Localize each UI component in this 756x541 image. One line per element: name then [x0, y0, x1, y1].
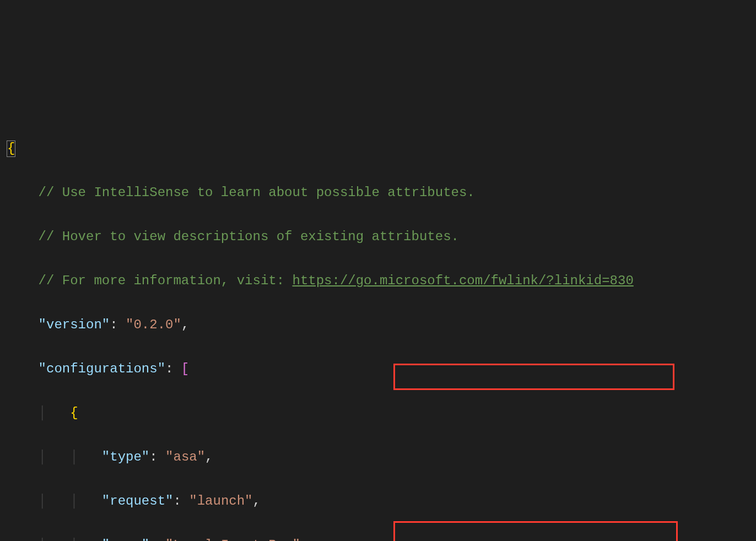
key-version: "version" — [39, 317, 110, 332]
val-name1: "Local Input Run" — [165, 538, 300, 541]
code-editor[interactable]: { // Use IntelliSense to learn about pos… — [0, 88, 756, 541]
open-brace: { — [7, 140, 15, 157]
code-line[interactable]: // Use IntelliSense to learn about possi… — [7, 182, 749, 204]
code-line[interactable]: │ { — [7, 402, 749, 424]
comment-hover: // Hover to view descriptions of existin… — [39, 229, 459, 244]
code-line[interactable]: │ │ "type": "asa", — [7, 446, 749, 468]
comment-intellisense: // Use IntelliSense to learn about possi… — [39, 185, 475, 200]
key-type: "type" — [102, 450, 149, 464]
comment-link[interactable]: https://go.microsoft.com/fwlink/?linkid=… — [292, 273, 633, 288]
code-line[interactable]: │ │ "request": "launch", — [7, 490, 749, 512]
key-request: "request" — [102, 494, 174, 508]
comment-info: // For more information, visit: — [39, 273, 293, 288]
val-launch: "launch" — [189, 494, 252, 508]
code-line[interactable]: // For more information, visit: https://… — [7, 270, 749, 292]
key-name: "name" — [102, 538, 149, 541]
code-content[interactable]: { // Use IntelliSense to learn about pos… — [7, 116, 749, 541]
code-line[interactable]: { — [7, 138, 749, 160]
key-configurations: "configurations" — [39, 361, 165, 376]
code-line[interactable]: │ │ "name": "Local Input Run", — [7, 534, 749, 541]
code-line[interactable]: "configurations": [ — [7, 358, 749, 380]
code-line[interactable]: "version": "0.2.0", — [7, 314, 749, 336]
val-version: "0.2.0" — [126, 317, 181, 332]
val-asa: "asa" — [165, 450, 205, 464]
code-line[interactable]: // Hover to view descriptions of existin… — [7, 226, 749, 248]
